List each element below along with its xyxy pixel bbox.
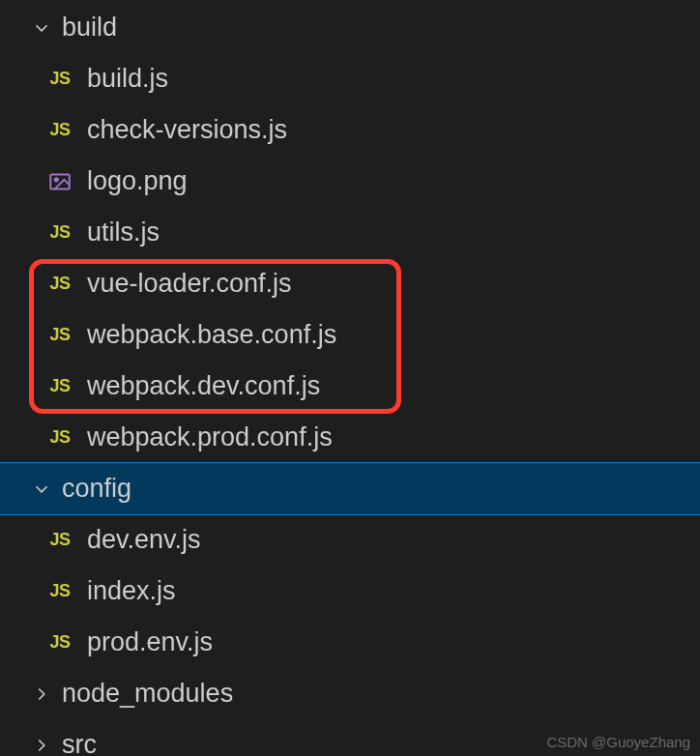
- file-label: vue-loader.conf.js: [87, 269, 292, 299]
- folder-row-config[interactable]: config: [0, 463, 700, 514]
- file-label: webpack.dev.conf.js: [87, 371, 320, 401]
- folder-row-node-modules[interactable]: node_modules: [0, 668, 700, 719]
- file-label: webpack.base.conf.js: [87, 320, 336, 350]
- js-icon: JS: [43, 69, 77, 89]
- file-label: dev.env.js: [87, 525, 201, 555]
- file-row[interactable]: JS prod.env.js: [0, 617, 700, 668]
- folder-row-build[interactable]: build: [0, 2, 700, 53]
- file-row[interactable]: JS utils.js: [0, 207, 700, 258]
- file-label: build.js: [87, 64, 168, 94]
- chevron-down-icon: [29, 15, 54, 41]
- image-icon: [43, 169, 77, 194]
- js-icon: JS: [43, 325, 77, 345]
- file-row[interactable]: JS webpack.base.conf.js: [0, 309, 700, 361]
- js-icon: JS: [43, 376, 77, 396]
- file-row[interactable]: JS check-versions.js: [0, 104, 700, 156]
- file-row[interactable]: logo.png: [0, 156, 700, 207]
- js-icon: JS: [43, 274, 77, 294]
- file-row[interactable]: JS webpack.prod.conf.js: [0, 412, 700, 463]
- folder-label: src: [62, 730, 97, 756]
- file-label: index.js: [87, 576, 176, 606]
- js-icon: JS: [43, 120, 77, 140]
- folder-label: build: [62, 13, 117, 43]
- js-icon: JS: [43, 581, 77, 601]
- file-row[interactable]: JS index.js: [0, 566, 700, 617]
- file-row[interactable]: JS vue-loader.conf.js: [0, 258, 700, 309]
- chevron-down-icon: [29, 477, 54, 502]
- js-icon: JS: [43, 530, 77, 550]
- file-label: utils.js: [87, 218, 160, 247]
- file-row[interactable]: JS build.js: [0, 53, 700, 104]
- file-label: webpack.prod.conf.js: [87, 422, 333, 452]
- chevron-right-icon: [29, 733, 54, 757]
- svg-point-1: [55, 178, 58, 181]
- folder-label: node_modules: [62, 679, 233, 709]
- file-row[interactable]: JS dev.env.js: [0, 514, 700, 566]
- file-tree: build JS build.js JS check-versions.js l…: [0, 0, 700, 756]
- folder-label: config: [62, 474, 131, 504]
- chevron-right-icon: [29, 682, 54, 707]
- file-row[interactable]: JS webpack.dev.conf.js: [0, 361, 700, 412]
- js-icon: JS: [43, 427, 77, 448]
- js-icon: JS: [43, 632, 77, 653]
- file-label: prod.env.js: [87, 627, 213, 657]
- watermark: CSDN @GuoyeZhang: [546, 734, 690, 750]
- file-label: check-versions.js: [87, 115, 287, 145]
- file-label: logo.png: [87, 166, 188, 196]
- js-icon: JS: [43, 222, 77, 243]
